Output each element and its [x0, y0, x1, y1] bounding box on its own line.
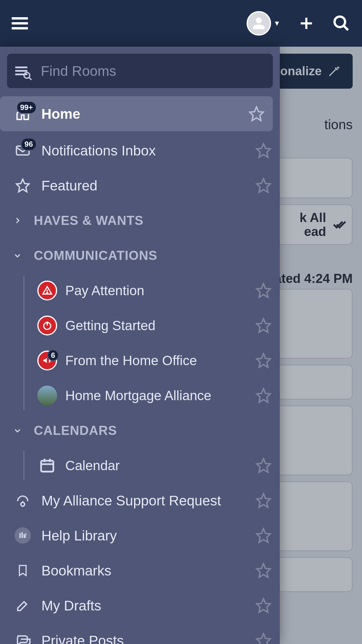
home-office-label: From the Home Office: [57, 353, 255, 368]
favorite-star-button[interactable]: [255, 142, 272, 159]
sidebar-item-mortgage-alliance[interactable]: Home Mortgage Alliance: [22, 378, 280, 413]
communications-list: Pay Attention Getting Started 6: [0, 273, 280, 413]
updated-time-fragment: ated 4:24 PM: [274, 271, 353, 286]
sidebar-item-getting-started[interactable]: Getting Started: [22, 308, 280, 343]
power-icon: [37, 316, 57, 335]
sidebar-item-notifications[interactable]: 96 Notifications Inbox: [0, 133, 280, 168]
favorite-star-button[interactable]: [255, 562, 272, 579]
calendars-title: CALENDARS: [34, 423, 117, 438]
caret-down-icon: ▼: [273, 19, 280, 27]
sidebar-item-pay-attention[interactable]: Pay Attention: [22, 273, 280, 308]
pay-attention-label: Pay Attention: [57, 283, 255, 298]
notifications-badge: 96: [21, 138, 37, 151]
svg-point-4: [24, 72, 30, 78]
magic-wand-icon: [327, 64, 341, 78]
sidebar-item-bookmarks[interactable]: Bookmarks: [0, 553, 280, 588]
svg-marker-32: [257, 564, 270, 578]
hamburger-icon: [12, 17, 28, 29]
favorite-star-button[interactable]: [255, 177, 272, 194]
sidebar-item-support-request[interactable]: My Alliance Support Request: [0, 483, 280, 518]
svg-line-3: [344, 26, 348, 30]
sidebar-item-home[interactable]: 99+ Home: [0, 96, 273, 131]
alert-icon: [37, 281, 57, 300]
sidebar-item-private-posts[interactable]: Private Posts: [0, 623, 280, 644]
section-communications[interactable]: COMMUNICATIONS: [0, 238, 280, 273]
sidebar-item-my-drafts[interactable]: My Drafts: [0, 588, 280, 623]
svg-marker-8: [257, 144, 270, 158]
svg-marker-9: [16, 179, 29, 192]
sidebar-item-help-library[interactable]: Help Library: [0, 518, 280, 553]
favorite-star-button[interactable]: [255, 282, 272, 299]
svg-marker-34: [257, 634, 270, 644]
private-label: Private Posts: [33, 633, 255, 644]
personalize-button[interactable]: sonalize: [268, 54, 353, 89]
favorite-star-button[interactable]: [255, 632, 272, 644]
profile-menu-button[interactable]: ▼: [247, 11, 280, 36]
drafts-label: My Drafts: [33, 598, 255, 614]
favorite-star-button[interactable]: [255, 492, 272, 509]
notifications-label: Notifications Inbox: [33, 143, 255, 159]
svg-rect-28: [22, 532, 23, 538]
svg-point-25: [21, 503, 25, 506]
svg-rect-27: [20, 533, 21, 538]
edit-icon: [13, 596, 33, 615]
featured-label: Featured: [33, 178, 255, 194]
help-label: Help Library: [33, 528, 255, 544]
favorite-star-button[interactable]: [255, 527, 272, 544]
svg-marker-17: [257, 319, 270, 332]
heading-fragment: tions: [324, 117, 353, 132]
sidebar-item-home-office[interactable]: 6 From the Home Office: [22, 343, 280, 378]
search-button[interactable]: [332, 14, 350, 32]
favorite-star-button[interactable]: [255, 597, 272, 614]
chat-icon: [13, 631, 33, 644]
svg-marker-14: [257, 284, 270, 298]
read-fragment: ead: [300, 225, 326, 239]
section-haves-wants[interactable]: HAVES & WANTS: [0, 203, 280, 238]
search-icon: [23, 71, 33, 81]
add-button[interactable]: [298, 15, 315, 32]
svg-marker-6: [250, 107, 263, 121]
top-bar: ▼: [0, 0, 362, 47]
svg-marker-10: [257, 179, 270, 192]
svg-rect-20: [41, 461, 53, 472]
headset-icon: [13, 491, 33, 510]
svg-marker-18: [257, 354, 270, 368]
favorite-star-button[interactable]: [255, 317, 272, 334]
favorite-star-button[interactable]: [255, 387, 272, 404]
bookmark-icon: [13, 561, 33, 580]
favorite-star-button[interactable]: [255, 352, 272, 369]
svg-marker-19: [257, 389, 270, 402]
svg-marker-31: [257, 529, 270, 542]
calendars-list: Calendar: [0, 448, 280, 483]
support-label: My Alliance Support Request: [33, 493, 255, 509]
svg-marker-24: [257, 459, 270, 473]
mark-all-fragment: k All: [300, 211, 326, 225]
sidebar-item-featured[interactable]: Featured: [0, 168, 280, 203]
personalize-label-fragment: sonalize: [273, 64, 322, 78]
haves-wants-title: HAVES & WANTS: [34, 213, 143, 228]
double-check-icon: [332, 218, 346, 232]
favorite-star-button[interactable]: [255, 457, 272, 474]
chevron-down-icon: [13, 426, 22, 435]
avatar-icon: [247, 11, 271, 36]
svg-marker-33: [257, 599, 270, 612]
find-rooms-search[interactable]: [7, 54, 273, 88]
sidebar-item-calendar[interactable]: Calendar: [22, 448, 280, 483]
building-photo-icon: [37, 386, 57, 405]
communications-title: COMMUNICATIONS: [34, 248, 157, 263]
svg-marker-26: [257, 494, 270, 508]
calendar-icon: [37, 456, 57, 475]
home-icon: 99+: [13, 104, 33, 124]
menu-button[interactable]: [12, 17, 28, 29]
section-calendars[interactable]: CALENDARS: [0, 413, 280, 448]
getting-started-label: Getting Started: [57, 318, 255, 333]
navigation-drawer: 99+ Home 96 Notifications Inbox Featured: [0, 47, 280, 644]
search-input[interactable]: [41, 63, 265, 79]
favorite-star-button[interactable]: [248, 106, 265, 122]
library-icon: [13, 526, 33, 545]
chevron-down-icon: [13, 251, 22, 260]
svg-rect-29: [24, 534, 25, 538]
inbox-icon: 96: [13, 141, 33, 160]
mortgage-label: Home Mortgage Alliance: [57, 388, 255, 403]
svg-rect-30: [25, 533, 27, 538]
